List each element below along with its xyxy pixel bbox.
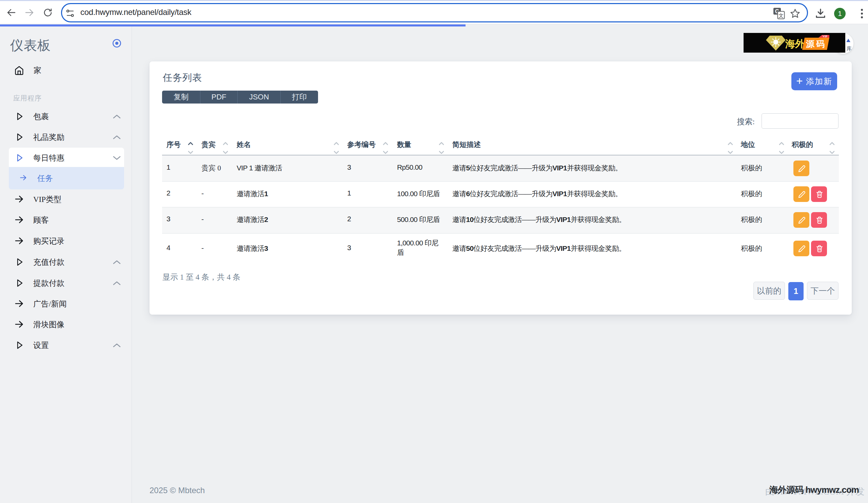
svg-text:文: 文	[778, 13, 784, 18]
